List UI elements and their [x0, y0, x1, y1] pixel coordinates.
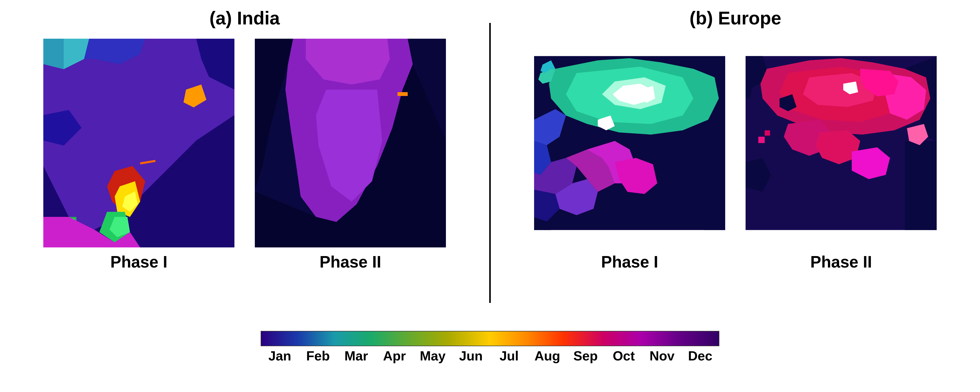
europe-phase1-svg: [534, 39, 725, 248]
europe-phase2-map: [746, 39, 937, 248]
india-phase1-map: [43, 39, 234, 248]
colorbar-month-label: Feb: [299, 348, 337, 363]
india-phase2-map: [255, 39, 446, 248]
india-phase2-item: Phase II: [255, 39, 446, 271]
colorbar-month-label: Jul: [490, 348, 528, 363]
svg-marker-2: [43, 39, 64, 69]
colorbar-labels: JanFebMarAprMayJunJulAugSepOctNovDec: [261, 348, 719, 363]
europe-maps-row: Phase I: [534, 39, 937, 271]
colorbar-month-label: Jun: [452, 348, 490, 363]
europe-phase1-label: Phase I: [601, 252, 658, 271]
colorbar-month-label: Sep: [566, 348, 605, 363]
europe-title: (b) Europe: [689, 8, 781, 29]
svg-rect-62: [765, 130, 770, 136]
europe-phase1-item: Phase I: [534, 39, 725, 271]
india-phase1-item: Phase I: [43, 39, 234, 271]
europe-phase2-label: Phase II: [810, 252, 872, 271]
svg-rect-24: [398, 92, 408, 96]
colorbar-section: JanFebMarAprMayJunJulAugSepOctNovDec: [0, 331, 980, 363]
colorbar-month-label: Aug: [528, 348, 566, 363]
colorbar-month-label: Mar: [337, 348, 375, 363]
colorbar-month-label: Jan: [261, 348, 299, 363]
colorbar-month-label: Dec: [681, 348, 719, 363]
india-phase2-svg: [255, 39, 446, 248]
india-maps-row: Phase I: [43, 39, 446, 271]
europe-panel: (b) Europe: [491, 8, 980, 321]
colorbar-month-label: Oct: [605, 348, 643, 363]
svg-marker-55: [905, 141, 937, 230]
europe-phase1-map: [534, 39, 725, 248]
india-panel: (a) India: [0, 8, 489, 321]
main-container: (a) India: [0, 0, 980, 321]
india-phase2-label: Phase II: [320, 252, 381, 271]
europe-phase2-item: Phase II: [746, 39, 937, 271]
colorbar-wrapper: JanFebMarAprMayJunJulAugSepOctNovDec: [261, 331, 719, 363]
india-phase1-svg: [43, 39, 234, 248]
colorbar: [261, 331, 719, 346]
india-phase1-label: Phase I: [110, 252, 167, 271]
india-title: (a) India: [210, 8, 280, 29]
colorbar-month-label: Apr: [375, 348, 414, 363]
europe-phase2-svg: [746, 39, 937, 248]
svg-rect-61: [758, 137, 765, 143]
colorbar-month-label: May: [414, 348, 452, 363]
colorbar-month-label: Nov: [643, 348, 681, 363]
